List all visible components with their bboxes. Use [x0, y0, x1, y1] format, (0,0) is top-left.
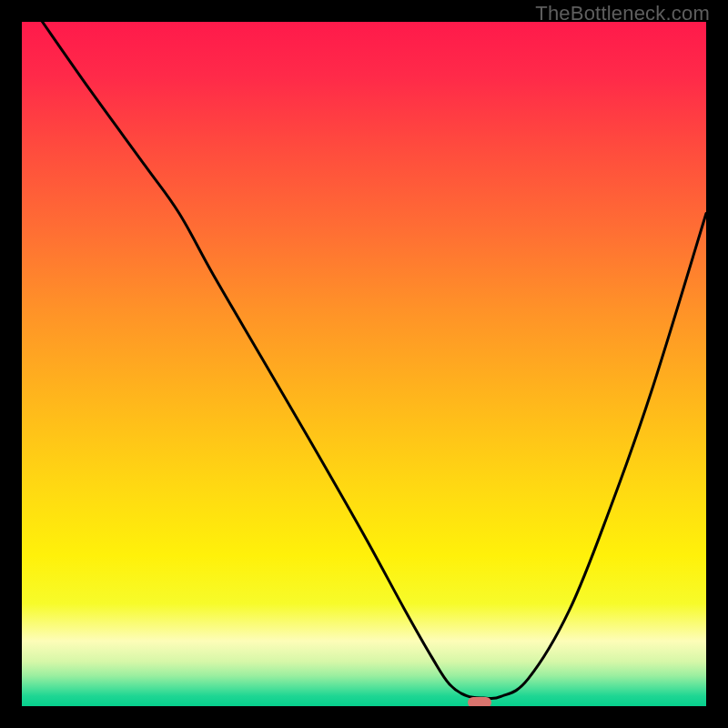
chart-frame: TheBottleneck.com	[0, 0, 728, 728]
watermark-text: TheBottleneck.com	[535, 2, 710, 25]
bottleneck-curve	[22, 22, 706, 706]
plot-area	[22, 22, 706, 706]
optimal-marker	[468, 697, 491, 706]
